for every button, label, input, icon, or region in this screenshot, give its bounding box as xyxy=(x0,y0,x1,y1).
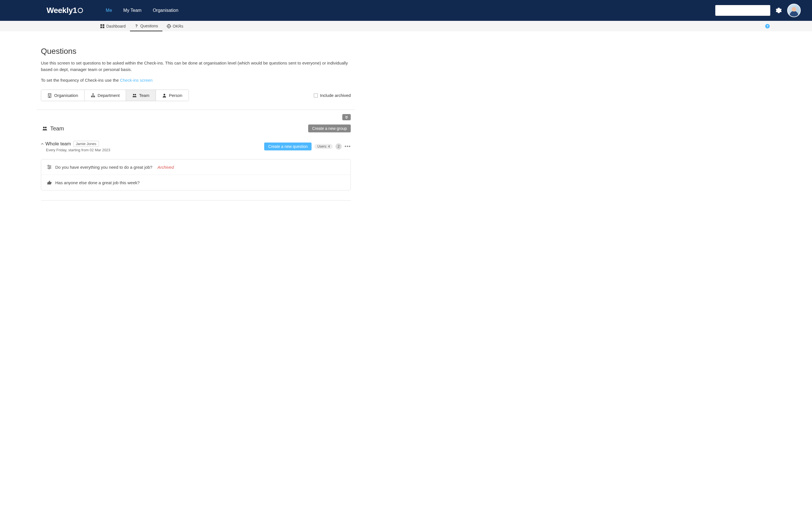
filter-person[interactable]: Person xyxy=(156,90,189,101)
divider xyxy=(37,110,355,110)
checkins-link[interactable]: Check-ins screen xyxy=(120,78,153,82)
filter-row: Organisation Department Team Person Incl… xyxy=(41,90,351,101)
section-title: Team xyxy=(42,125,64,132)
filter-team[interactable]: Team xyxy=(126,90,156,101)
group-schedule: Every Friday, starting from 02 Mar 2023 xyxy=(46,148,264,152)
filter-organisation-label: Organisation xyxy=(54,93,78,98)
user-icon xyxy=(162,93,167,98)
svg-point-33 xyxy=(45,127,47,128)
svg-rect-22 xyxy=(93,96,94,97)
group-header: Whole team Jamie Jones Every Friday, sta… xyxy=(41,141,351,152)
collapse-chevron-icon[interactable] xyxy=(41,142,44,147)
svg-rect-3 xyxy=(100,24,102,26)
nav-my-team[interactable]: My Team xyxy=(117,8,147,13)
target-icon xyxy=(167,24,171,29)
include-archived[interactable]: Include archived xyxy=(314,93,351,98)
gear-icon[interactable] xyxy=(776,8,781,13)
subnav-okrs[interactable]: OKRs xyxy=(162,21,188,31)
main-content: Questions Use this screen to set questio… xyxy=(0,31,392,212)
svg-point-37 xyxy=(50,166,51,168)
double-chevron-down-icon xyxy=(345,115,349,119)
subnav-questions[interactable]: ? Questions xyxy=(130,21,162,31)
page-description: Use this screen to set questions to be a… xyxy=(41,60,351,73)
svg-rect-18 xyxy=(50,95,50,96)
svg-rect-6 xyxy=(103,26,104,28)
bottom-divider xyxy=(41,200,351,201)
filter-person-label: Person xyxy=(169,93,183,98)
filter-team-label: Team xyxy=(139,93,149,98)
group-info: Whole team Jamie Jones Every Friday, sta… xyxy=(45,141,264,152)
svg-rect-19 xyxy=(49,96,50,98)
question-text: Do you have everything you need to do a … xyxy=(55,165,152,170)
group-name-row: Whole team Jamie Jones xyxy=(45,141,264,147)
svg-rect-20 xyxy=(93,94,94,94)
thumbs-up-icon xyxy=(47,180,52,185)
group-name: Whole team xyxy=(45,141,71,147)
sub-nav: Dashboard ? Questions OKRs ? xyxy=(0,21,812,31)
nav-me[interactable]: Me xyxy=(100,8,117,13)
svg-point-35 xyxy=(48,165,49,166)
archived-label: Archived xyxy=(157,165,174,170)
svg-rect-16 xyxy=(50,94,50,95)
more-icon[interactable]: ••• xyxy=(345,144,351,150)
svg-text:?: ? xyxy=(135,24,138,28)
building-icon xyxy=(47,93,52,98)
subnav-dashboard[interactable]: Dashboard xyxy=(96,21,130,31)
question-item[interactable]: Has anyone else done a great job this we… xyxy=(41,175,350,190)
section-header: Team Create a new group xyxy=(41,124,351,132)
filter-tabs: Organisation Department Team Person xyxy=(41,90,189,101)
top-header: Weekly1 Me My Team Organisation xyxy=(0,0,812,21)
avatar[interactable] xyxy=(787,4,801,17)
svg-rect-21 xyxy=(91,96,92,97)
logo-circle-icon xyxy=(78,8,83,13)
question-item[interactable]: Do you have everything you need to do a … xyxy=(41,159,350,175)
expand-row xyxy=(41,114,351,120)
question-icon: ? xyxy=(134,24,139,28)
create-question-button[interactable]: Create a new question xyxy=(264,143,312,151)
include-archived-checkbox[interactable] xyxy=(314,94,318,98)
svg-rect-4 xyxy=(103,24,104,26)
svg-point-30 xyxy=(135,94,136,95)
subnav-dashboard-label: Dashboard xyxy=(106,24,126,29)
help-icon[interactable]: ? xyxy=(765,24,770,29)
frequency-text: To set the frequency of Check-ins use th… xyxy=(41,78,351,82)
filter-department-label: Department xyxy=(98,93,119,98)
logo: Weekly1 xyxy=(47,6,83,15)
top-nav: Me My Team Organisation xyxy=(100,8,184,13)
users-icon xyxy=(132,93,137,98)
svg-rect-23 xyxy=(94,96,95,97)
users-icon xyxy=(42,126,47,131)
count-badge: 2 xyxy=(336,144,342,150)
frequency-prefix: To set the frequency of Check-ins use th… xyxy=(41,78,120,82)
subnav-okrs-label: OKRs xyxy=(173,24,183,29)
group-owner-tag: Jamie Jones xyxy=(73,141,99,147)
svg-rect-5 xyxy=(100,26,102,28)
filter-department[interactable]: Department xyxy=(85,90,126,101)
search-input[interactable] xyxy=(718,8,767,13)
page-title: Questions xyxy=(41,47,351,56)
svg-point-31 xyxy=(163,94,165,96)
svg-point-32 xyxy=(43,127,45,128)
group-actions: Create a new question Users: 4 2 ••• xyxy=(264,143,351,151)
search-box[interactable] xyxy=(715,5,770,16)
filter-organisation[interactable]: Organisation xyxy=(41,90,85,101)
users-badge: Users: 4 xyxy=(314,144,333,149)
section-title-label: Team xyxy=(50,125,64,132)
question-text: Has anyone else done a great job this we… xyxy=(55,180,140,185)
svg-point-39 xyxy=(49,168,50,169)
svg-rect-17 xyxy=(49,95,49,96)
header-right xyxy=(715,4,801,17)
sliders-icon xyxy=(47,165,52,170)
subnav-questions-label: Questions xyxy=(140,24,158,28)
include-archived-label: Include archived xyxy=(320,93,351,98)
dashboard-icon xyxy=(100,24,105,29)
questions-list: Do you have everything you need to do a … xyxy=(41,159,351,190)
svg-point-9 xyxy=(168,25,169,27)
sitemap-icon xyxy=(91,93,95,98)
expand-all-button[interactable] xyxy=(342,114,351,120)
create-group-button[interactable]: Create a new group xyxy=(308,124,351,132)
svg-point-29 xyxy=(133,94,135,95)
svg-rect-15 xyxy=(49,94,49,95)
nav-organisation[interactable]: Organisation xyxy=(147,8,184,13)
